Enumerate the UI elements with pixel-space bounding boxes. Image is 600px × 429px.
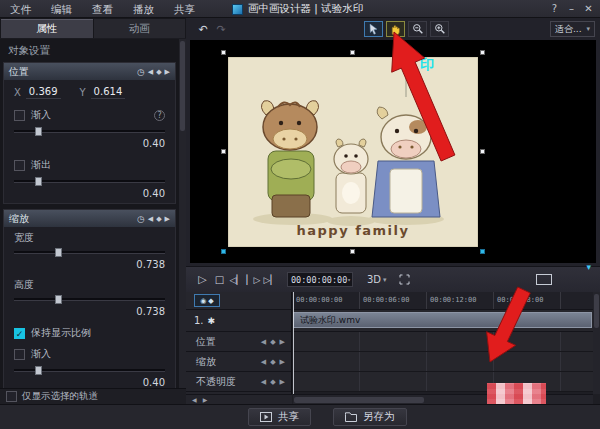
keyframe-prev-icon[interactable]: ◀ — [148, 215, 153, 223]
handle-top-left[interactable] — [221, 50, 226, 55]
handle-bottom-right[interactable] — [480, 249, 485, 254]
select-tool-button[interactable] — [364, 21, 383, 37]
menu-item-share[interactable]: 共享 — [164, 0, 205, 18]
timeline-left-column: ◉ ◆ 1. ✱ 位置 ◀ ◆ ▶ 缩放 ◀ ◆ — [186, 292, 292, 404]
timer-icon[interactable]: ◷ — [137, 67, 145, 77]
scroll-right-icon[interactable]: ▶ — [203, 396, 208, 403]
handle-top-right[interactable] — [480, 50, 485, 55]
pan-tool-button[interactable] — [386, 21, 405, 37]
3d-mode-button[interactable]: 3D ▾ — [367, 274, 387, 285]
keyframe-icon[interactable]: ◆ — [270, 378, 275, 386]
next-frame-button[interactable]: ▏▷ — [245, 271, 262, 289]
handle-bottom-left[interactable] — [221, 249, 226, 254]
position-group-header[interactable]: 位置 ◷ ◀ ◆ ▶ — [4, 63, 175, 80]
position-fade-out-slider[interactable] — [14, 176, 165, 187]
keyframe-next-icon[interactable]: ▶ — [165, 68, 170, 76]
clip-item[interactable]: 试验水印.wmv — [293, 312, 592, 328]
height-slider[interactable] — [14, 294, 165, 305]
keyframe-next-icon[interactable]: ▶ — [280, 358, 285, 366]
save-as-button[interactable]: 另存为 — [333, 408, 407, 426]
last-frame-button[interactable]: ▷▏ — [262, 271, 279, 289]
scale-fade-in-value: 0.40 — [4, 376, 175, 388]
scroll-left-icon[interactable]: ◀ — [192, 396, 197, 403]
minimize-button[interactable]: – — [563, 0, 580, 18]
row-label: 位置 — [196, 335, 216, 349]
menu-item-view[interactable]: 查看 — [82, 0, 123, 18]
position-fade-out-value: 0.40 — [4, 187, 175, 203]
preview-image[interactable]: happy family — [228, 57, 478, 247]
timeline-hscrollbar[interactable] — [293, 394, 593, 404]
row-header-position[interactable]: 位置 ◀ ◆ ▶ — [186, 332, 291, 352]
timeline-right-area: 00:00:00:00 00:00:06:00 00:00:12:00 00:0… — [293, 292, 593, 394]
preview-canvas[interactable]: happy family 水印 — [190, 40, 596, 263]
stop-button[interactable]: □ — [211, 271, 228, 289]
handle-bottom-center[interactable] — [350, 249, 355, 254]
ruler-label: 00:00:00:00 — [296, 296, 342, 304]
show-selected-track-checkbox[interactable] — [6, 391, 17, 402]
position-fade-in-slider[interactable] — [14, 126, 165, 137]
x-value-field[interactable]: 0.369 — [26, 86, 61, 99]
handle-mid-right[interactable] — [480, 149, 485, 154]
help-icon[interactable]: ? — [154, 110, 165, 121]
menu-item-file[interactable]: 文件 — [0, 0, 41, 18]
play-button[interactable]: ▷ — [194, 271, 211, 289]
undo-icon[interactable]: ↶ — [194, 21, 212, 37]
keyframe-prev-icon[interactable]: ◀ — [261, 338, 266, 346]
timeline-scroll-left-arrows[interactable]: ◀ ▶ — [186, 394, 292, 404]
keyframe-prev-icon[interactable]: ◀ — [148, 68, 153, 76]
keyframe-prev-icon[interactable]: ◀ — [261, 378, 266, 386]
help-button[interactable]: ? — [546, 0, 563, 18]
scale-fade-in-checkbox[interactable] — [14, 349, 25, 360]
timecode-field[interactable]: 00:00:00:00 ▾ — [287, 272, 353, 287]
keyframe-next-icon[interactable]: ▶ — [165, 215, 170, 223]
fade-in-checkbox[interactable] — [14, 110, 25, 121]
menu-item-play[interactable]: 播放 — [123, 0, 164, 18]
row-header-scale[interactable]: 缩放 ◀ ◆ ▶ — [186, 352, 291, 372]
fullscreen-button[interactable] — [399, 274, 410, 285]
timer-icon[interactable]: ◷ — [137, 214, 145, 224]
panel-scrollbar[interactable] — [179, 39, 186, 388]
position-keyframe-row[interactable] — [293, 332, 593, 352]
keyframe-icon[interactable]: ◆ — [156, 215, 161, 223]
zoom-fit-dropdown[interactable]: 适合... ▾ — [550, 21, 595, 37]
zoom-in-button[interactable] — [430, 21, 449, 37]
keyframe-icon: ◆ — [208, 297, 213, 305]
close-button[interactable]: ✕ — [580, 0, 597, 18]
show-selected-track-row: 仅显示选择的轨道 — [0, 388, 186, 404]
keyframe-icon[interactable]: ◆ — [156, 68, 161, 76]
keep-ratio-checkbox[interactable]: ✓ — [14, 328, 25, 339]
opacity-keyframe-row[interactable] — [293, 372, 593, 392]
timeline-ruler[interactable]: 00:00:00:00 00:00:06:00 00:00:12:00 00:0… — [293, 292, 593, 310]
collapse-chevron-icon[interactable]: ▾ — [586, 262, 591, 272]
y-value-field[interactable]: 0.614 — [91, 86, 126, 99]
keyframe-icon[interactable]: ◆ — [270, 338, 275, 346]
panel-tabs: 属性 动画 — [0, 18, 186, 38]
app-window: 文件 编辑 查看 播放 共享 画中画设计器 | 试验水印 ? – ✕ 属性 动画… — [0, 0, 600, 429]
playhead[interactable] — [293, 292, 294, 394]
fade-in-label: 渐入 — [31, 108, 51, 122]
tab-attributes[interactable]: 属性 — [1, 19, 93, 38]
keyframe-icon[interactable]: ◆ — [270, 358, 275, 366]
menu-item-edit[interactable]: 编辑 — [41, 0, 82, 18]
keyframe-next-icon[interactable]: ▶ — [280, 378, 285, 386]
prev-frame-button[interactable]: ◁▏ — [228, 271, 245, 289]
redo-icon[interactable]: ↷ — [212, 21, 230, 37]
keyframe-mode-button[interactable]: ◉ ◆ — [194, 294, 220, 307]
fade-out-checkbox[interactable] — [14, 160, 25, 171]
display-monitor-icon[interactable] — [536, 274, 552, 285]
scale-keyframe-row[interactable] — [293, 352, 593, 372]
timeline-vscrollbar[interactable] — [593, 292, 600, 394]
scale-group-header[interactable]: 缩放 ◷ ◀ ◆ ▶ — [4, 210, 175, 227]
share-button[interactable]: 共享 — [248, 408, 311, 426]
row-header-opacity[interactable]: 不透明度 ◀ ◆ ▶ — [186, 372, 291, 392]
tab-animation[interactable]: 动画 — [94, 19, 186, 38]
scale-fade-in-slider[interactable] — [14, 365, 165, 376]
track-header[interactable]: 1. ✱ — [186, 310, 291, 332]
width-slider[interactable] — [14, 247, 165, 258]
keyframe-prev-icon[interactable]: ◀ — [261, 358, 266, 366]
handle-top-center[interactable] — [350, 50, 355, 55]
handle-mid-left[interactable] — [221, 149, 226, 154]
window-title: 画中画设计器 | 试验水印 — [248, 2, 363, 16]
zoom-out-button[interactable] — [408, 21, 427, 37]
keyframe-next-icon[interactable]: ▶ — [280, 338, 285, 346]
